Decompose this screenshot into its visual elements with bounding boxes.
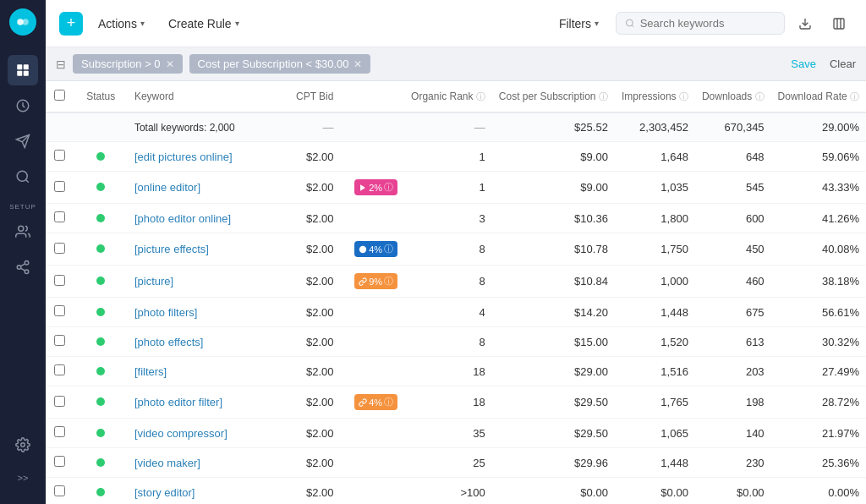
filter-icon[interactable]: ⊟ bbox=[56, 58, 66, 71]
row-keyword[interactable]: [video maker] bbox=[128, 448, 278, 478]
search-bar[interactable] bbox=[616, 12, 785, 35]
row-select-checkbox[interactable] bbox=[54, 364, 65, 375]
create-rule-menu[interactable]: Create Rule ▾ bbox=[160, 12, 248, 36]
filter-tag-subscription-remove[interactable]: ✕ bbox=[166, 58, 174, 70]
row-organic-rank: 4 bbox=[404, 298, 492, 327]
sidebar-item-settings[interactable] bbox=[8, 430, 38, 460]
row-organic-rank: 25 bbox=[404, 448, 492, 478]
totals-badge bbox=[340, 112, 404, 142]
row-select-checkbox[interactable] bbox=[54, 211, 65, 222]
columns-button[interactable] bbox=[825, 10, 852, 37]
row-keyword[interactable]: [photo effects] bbox=[128, 327, 278, 357]
svg-point-7 bbox=[17, 171, 27, 181]
row-keyword[interactable]: [story editor] bbox=[128, 478, 278, 505]
table-row: [picture] $2.00 9% ⓘ 8 $10.84 1,000 460 … bbox=[46, 266, 866, 298]
col-downloads: Downloads ⓘ bbox=[695, 81, 771, 112]
row-keyword[interactable]: [photo filters] bbox=[128, 298, 278, 327]
row-select-checkbox[interactable] bbox=[54, 275, 65, 286]
sidebar-item-explore[interactable] bbox=[8, 162, 38, 192]
row-checkbox[interactable] bbox=[46, 419, 74, 448]
totals-organic-rank: — bbox=[404, 112, 492, 142]
actions-menu[interactable]: Actions ▾ bbox=[90, 12, 153, 36]
row-checkbox[interactable] bbox=[46, 478, 74, 505]
select-all-checkbox[interactable] bbox=[54, 90, 65, 101]
row-select-checkbox[interactable] bbox=[54, 456, 65, 467]
row-checkbox[interactable] bbox=[46, 448, 74, 478]
table-row: [story editor] $2.00 >100 $0.00 $0.00 $0… bbox=[46, 478, 866, 505]
downloads-info-icon[interactable]: ⓘ bbox=[755, 91, 765, 101]
row-select-checkbox[interactable] bbox=[54, 150, 65, 161]
sidebar-item-dashboard[interactable] bbox=[8, 90, 38, 121]
sidebar-collapse-btn[interactable]: >> bbox=[8, 463, 38, 493]
filter-save-button[interactable]: Save bbox=[791, 58, 816, 70]
row-select-checkbox[interactable] bbox=[54, 305, 65, 316]
row-download-rate: 25.36% bbox=[771, 448, 866, 478]
totals-cpt-bid: — bbox=[278, 112, 340, 142]
row-checkbox[interactable] bbox=[46, 172, 74, 204]
row-checkbox[interactable] bbox=[46, 204, 74, 233]
impressions-info-icon[interactable]: ⓘ bbox=[679, 91, 688, 101]
row-badge-cell: 2% ⓘ bbox=[340, 172, 404, 204]
row-impressions: 1,765 bbox=[615, 386, 695, 419]
row-select-checkbox[interactable] bbox=[54, 396, 65, 407]
row-organic-rank: 3 bbox=[404, 204, 492, 233]
row-cost-per-sub: $9.00 bbox=[492, 172, 615, 204]
row-cpt-bid: $2.00 bbox=[278, 298, 340, 327]
row-select-checkbox[interactable] bbox=[54, 426, 65, 437]
organic-rank-info-icon[interactable]: ⓘ bbox=[476, 91, 485, 101]
svg-marker-20 bbox=[360, 184, 365, 191]
row-select-checkbox[interactable] bbox=[54, 335, 65, 346]
sidebar-item-messaging[interactable] bbox=[8, 126, 38, 156]
row-keyword[interactable]: [picture] bbox=[128, 266, 278, 298]
row-checkbox[interactable] bbox=[46, 327, 74, 357]
row-checkbox[interactable] bbox=[46, 298, 74, 327]
row-cost-per-sub: $29.50 bbox=[492, 386, 615, 419]
row-download-rate: 56.61% bbox=[771, 298, 866, 327]
sidebar-item-integrations[interactable] bbox=[8, 252, 38, 282]
totals-status bbox=[74, 112, 128, 142]
app-logo[interactable] bbox=[9, 8, 36, 36]
row-keyword[interactable]: [online editor] bbox=[128, 172, 278, 204]
row-checkbox[interactable] bbox=[46, 142, 74, 172]
col-keyword: Keyword bbox=[128, 81, 278, 112]
filters-menu[interactable]: Filters ▾ bbox=[549, 12, 609, 36]
row-impressions: 1,448 bbox=[615, 448, 695, 478]
cost-per-sub-info-icon[interactable]: ⓘ bbox=[599, 91, 608, 101]
row-badge-cell: 4% ⓘ bbox=[340, 386, 404, 419]
row-keyword[interactable]: [edit pictures online] bbox=[128, 142, 278, 172]
table-row: [photo editor online] $2.00 3 $10.36 1,8… bbox=[46, 204, 866, 233]
row-keyword[interactable]: [photo editor filter] bbox=[128, 386, 278, 419]
row-keyword[interactable]: [filters] bbox=[128, 357, 278, 386]
download-button[interactable] bbox=[792, 10, 819, 37]
filter-clear-button[interactable]: Clear bbox=[830, 58, 856, 70]
status-dot-icon bbox=[96, 488, 105, 496]
row-cpt-bid: $2.00 bbox=[278, 419, 340, 448]
add-button[interactable]: + bbox=[59, 12, 83, 36]
row-cost-per-sub: $10.78 bbox=[492, 233, 615, 266]
topbar: + Actions ▾ Create Rule ▾ Filters ▾ bbox=[46, 0, 866, 47]
download-rate-info-icon[interactable]: ⓘ bbox=[850, 91, 859, 101]
sidebar-item-campaigns[interactable] bbox=[8, 55, 38, 85]
filter-tag-cost-remove[interactable]: ✕ bbox=[354, 58, 362, 70]
row-checkbox[interactable] bbox=[46, 266, 74, 298]
sidebar-item-users[interactable] bbox=[8, 216, 38, 247]
row-select-checkbox[interactable] bbox=[54, 181, 65, 192]
row-select-checkbox[interactable] bbox=[54, 485, 65, 496]
keywords-table: Status Keyword CPT Bid Organic Rank ⓘ Co… bbox=[46, 81, 866, 504]
row-status bbox=[74, 204, 128, 233]
table-row: [photo effects] $2.00 8 $15.00 1,520 613… bbox=[46, 327, 866, 357]
row-select-checkbox[interactable] bbox=[54, 243, 65, 254]
totals-row: Totall keywords: 2,000 — — $25.52 2,303,… bbox=[46, 112, 866, 142]
status-dot-icon bbox=[96, 214, 105, 222]
filter-tag-subscription: Subscription > 0 ✕ bbox=[73, 54, 183, 74]
row-keyword[interactable]: [picture effects] bbox=[128, 233, 278, 266]
search-input[interactable] bbox=[640, 17, 776, 30]
row-checkbox[interactable] bbox=[46, 357, 74, 386]
row-keyword[interactable]: [photo editor online] bbox=[128, 204, 278, 233]
row-download-rate: 40.08% bbox=[771, 233, 866, 266]
row-checkbox[interactable] bbox=[46, 386, 74, 419]
row-keyword[interactable]: [video compressor] bbox=[128, 419, 278, 448]
row-checkbox[interactable] bbox=[46, 233, 74, 266]
row-status bbox=[74, 142, 128, 172]
status-dot-icon bbox=[96, 277, 105, 285]
